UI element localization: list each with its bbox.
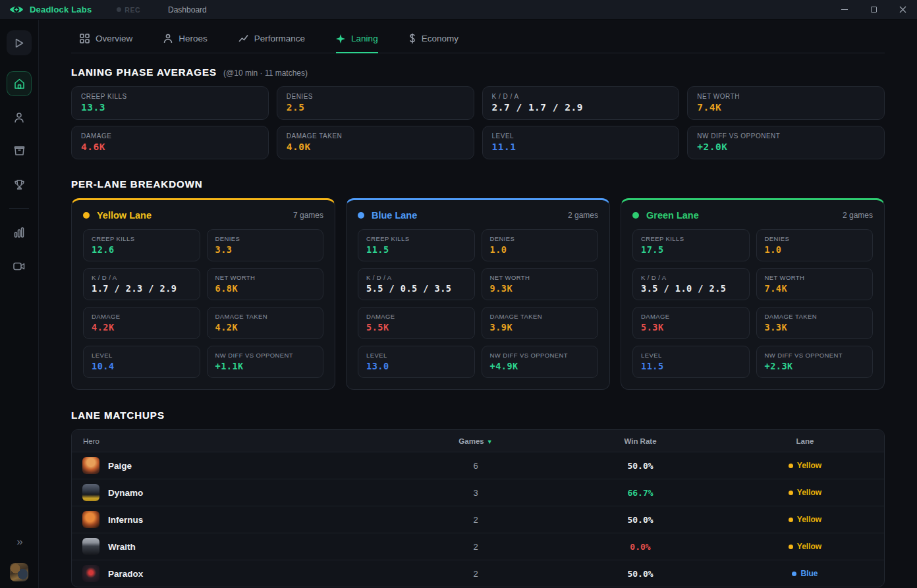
stat-label: K / D / A: [366, 274, 466, 281]
stat-value: 3.3K: [765, 322, 865, 333]
lane-stat-card: K / D / A 1.7 / 2.3 / 2.9: [83, 268, 200, 300]
stat-label: LEVEL: [641, 352, 741, 359]
lane-label: Yellow: [797, 515, 821, 524]
minimize-button[interactable]: [830, 0, 859, 20]
hero-name: Paige: [108, 461, 132, 471]
eye-logo-icon: [9, 5, 24, 14]
sidebar-item-recordings[interactable]: [7, 254, 32, 279]
lane-stat-card: NW DIFF VS OPPONENT +1.1K: [207, 346, 324, 378]
column-header-games[interactable]: Games▼: [397, 437, 555, 445]
lane-stat-card: NET WORTH 9.3K: [482, 268, 599, 300]
tab-label: Performance: [254, 34, 305, 43]
stat-label: NW DIFF VS OPPONENT: [215, 352, 316, 359]
lane-stat-card: DAMAGE TAKEN 3.9K: [482, 307, 599, 339]
hero-avatar: [82, 511, 99, 528]
sidebar-item-home[interactable]: [7, 71, 32, 96]
sidebar-item-profile[interactable]: [7, 105, 32, 130]
lane-stat-card: DENIES 1.0: [756, 229, 874, 261]
stat-label: DENIES: [490, 235, 590, 242]
stat-label: NET WORTH: [765, 274, 865, 281]
window-controls: [830, 0, 917, 20]
lane-stat-card: DAMAGE TAKEN 3.3K: [756, 307, 874, 339]
stat-value: 4.0K: [287, 142, 464, 152]
overview-stats-grid: CREEP KILLS 13.3 DENIES 2.5 K / D / A 2.…: [71, 86, 885, 159]
lane-cell: Yellow: [726, 461, 884, 470]
column-header-lane: Lane: [726, 437, 884, 445]
tab-economy[interactable]: Economy: [409, 34, 458, 53]
tab-heroes[interactable]: Heroes: [163, 34, 208, 53]
section-per-lane: PER-LANE BREAKDOWN Yellow Lane 7 games C…: [71, 178, 885, 390]
stat-value: 11.5: [641, 361, 741, 371]
lane-stat-card: LEVEL 11.5: [632, 346, 750, 378]
stat-label: DAMAGE TAKEN: [490, 313, 590, 320]
stat-value: +4.9K: [490, 361, 590, 371]
lane-cell: Yellow: [726, 515, 884, 524]
lane-stat-card: K / D / A 3.5 / 1.0 / 2.5: [632, 268, 750, 300]
hero-name: Wraith: [108, 542, 136, 552]
lane-dot-icon: [789, 545, 793, 549]
close-button[interactable]: [888, 0, 917, 20]
stat-label: K / D / A: [641, 274, 741, 281]
stat-label: CREEP KILLS: [92, 235, 192, 242]
app-name: Deadlock Labs: [30, 5, 92, 14]
rec-label: REC: [125, 6, 140, 14]
lane-dot-icon: [358, 212, 364, 219]
stat-value: 2.5: [287, 102, 464, 113]
table-header: Hero Games▼ Win Rate Lane: [72, 430, 884, 452]
tab-laning[interactable]: Laning: [336, 34, 378, 53]
stat-label: NW DIFF VS OPPONENT: [490, 352, 590, 359]
table-row[interactable]: Infernus 2 50.0% Yellow: [72, 506, 884, 533]
stat-value: 5.3K: [641, 322, 741, 333]
sidebar-expand-button[interactable]: »: [16, 535, 21, 548]
stat-value: 11.5: [366, 244, 466, 255]
section-title: LANING PHASE AVERAGES: [71, 67, 217, 78]
tab-overview[interactable]: Overview: [80, 34, 132, 53]
stat-label: K / D / A: [92, 274, 192, 281]
lane-stat-card: K / D / A 5.5 / 0.5 / 3.5: [358, 268, 475, 300]
lane-stat-card: DAMAGE 4.2K: [83, 307, 200, 339]
table-row[interactable]: Paige 6 50.0% Yellow: [72, 452, 884, 479]
lane-card-blue: Blue Lane 2 games CREEP KILLS 11.5 DENIE…: [346, 198, 610, 390]
sidebar-item-stats[interactable]: [7, 220, 32, 245]
stat-label: DAMAGE TAKEN: [215, 313, 316, 320]
stat-label: DAMAGE: [366, 313, 466, 320]
stat-label: CREEP KILLS: [641, 235, 741, 242]
stat-label: DENIES: [765, 235, 865, 242]
win-rate-cell: 50.0%: [555, 569, 726, 579]
tab-performance[interactable]: Performance: [238, 34, 305, 53]
lane-stat-card: NET WORTH 7.4K: [756, 268, 874, 300]
lane-stat-card: LEVEL 13.0: [358, 346, 475, 378]
maximize-icon: [871, 7, 877, 13]
lane-cards: Yellow Lane 7 games CREEP KILLS 12.6 DEN…: [71, 198, 885, 390]
section-subtitle: (@10 min · 11 matches): [223, 68, 308, 78]
column-header-win-rate: Win Rate: [555, 437, 726, 445]
lane-dot-icon: [789, 491, 793, 495]
lane-stat-card: CREEP KILLS 12.6: [83, 229, 200, 261]
stat-value: 17.5: [641, 244, 741, 255]
hero-avatar: [82, 565, 99, 582]
games-cell: 2: [397, 569, 555, 579]
stat-value: 5.5 / 0.5 / 3.5: [366, 283, 466, 294]
sidebar-item-items[interactable]: [7, 138, 32, 163]
lane-stat-card: DAMAGE 5.5K: [358, 307, 475, 339]
sidebar-divider: [9, 208, 29, 209]
play-button[interactable]: [7, 30, 32, 55]
maximize-button[interactable]: [859, 0, 888, 20]
table-row[interactable]: Wraith 2 0.0% Yellow: [72, 533, 884, 560]
lane-name: Yellow Lane: [97, 210, 152, 221]
win-rate-cell: 0.0%: [555, 542, 726, 552]
user-avatar[interactable]: [10, 563, 28, 581]
user-icon: [14, 112, 24, 123]
sidebar-item-ranked[interactable]: [7, 172, 32, 197]
performance-icon: [238, 34, 248, 43]
stat-value: 2.7 / 1.7 / 2.9: [492, 102, 670, 113]
lane-cell: Blue: [726, 569, 884, 578]
home-icon: [14, 78, 25, 90]
stat-value: 4.6K: [81, 142, 259, 152]
stat-value: +2.3K: [765, 361, 865, 371]
hero-name: Infernus: [108, 515, 143, 525]
table-row[interactable]: Paradox 2 50.0% Blue: [72, 560, 884, 587]
stat-value: 3.5 / 1.0 / 2.5: [641, 283, 741, 294]
tab-label: Laning: [351, 34, 378, 43]
table-row[interactable]: Dynamo 3 66.7% Yellow: [72, 479, 884, 506]
